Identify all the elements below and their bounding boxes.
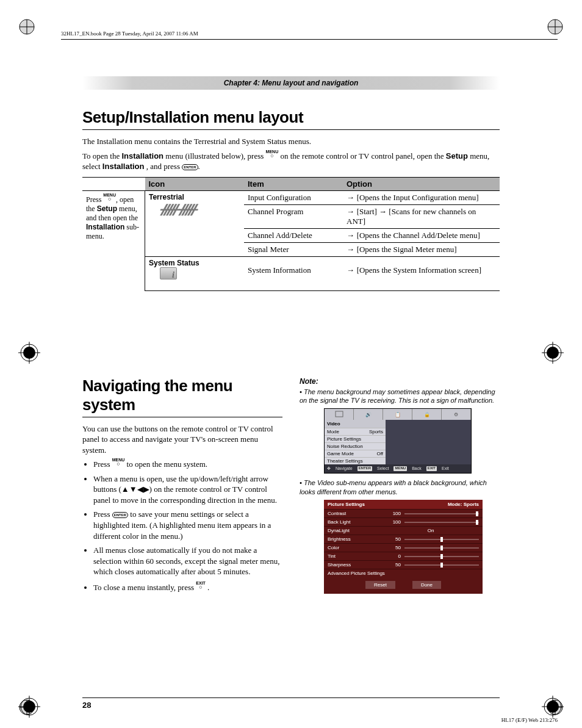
- osd-picture-settings: Picture SettingsMode: Sports Contrast 10…: [324, 500, 483, 594]
- register-mark-icon: [18, 696, 40, 718]
- table-row: Signal Meter: [244, 242, 343, 256]
- list-item: To close a menu instantly, press EXIT○ .: [93, 581, 282, 593]
- exit-button-icon: EXIT○: [196, 581, 206, 590]
- table-row: → [Opens the Channel Add/Delete menu]: [343, 228, 500, 242]
- note-text: • The Video sub-menu appears with a blac…: [300, 478, 500, 496]
- menu-button-icon: MENU○: [112, 458, 125, 467]
- tab-icon: 📋: [383, 409, 412, 420]
- osd1-title: Video: [325, 420, 386, 428]
- table-row: Channel Program: [244, 204, 343, 228]
- col-item: Item: [244, 177, 343, 190]
- divider: [82, 129, 500, 130]
- osd1-footer: ✥Navigate ENTERSelect MENUBack EXITExit: [325, 464, 471, 473]
- list-item: All menus close automatically if you do …: [93, 545, 282, 577]
- table-row: → [Opens the System Information screen]: [343, 256, 500, 290]
- tab-icon: [325, 409, 354, 420]
- left-column: Navigating the menu system You can use t…: [82, 377, 282, 597]
- list-item: Press ENTER to save your menu settings o…: [93, 509, 282, 541]
- footer-code: HL17 (E/F) Web 213:276: [501, 717, 558, 723]
- list-item: When a menu is open, use the up/down/lef…: [93, 474, 282, 506]
- svg-point-1: [20, 20, 34, 34]
- divider: [82, 417, 282, 417]
- register-mark-icon: [542, 696, 564, 718]
- content-area: Chapter 4: Menu layout and navigation Se…: [82, 76, 500, 710]
- col-icon: Icon: [145, 177, 245, 190]
- terrestrial-icon: ᚏᚏ: [149, 201, 240, 217]
- osd2-row: Contrast 100: [324, 509, 483, 517]
- intro-p2: To open the Installation menu (illustrat…: [82, 150, 500, 172]
- reset-button[interactable]: Reset: [365, 581, 395, 589]
- osd2-row: Sharpness 50: [324, 560, 483, 569]
- enter-button-icon: ENTER: [182, 164, 198, 170]
- page-number: 28: [82, 697, 500, 710]
- done-button[interactable]: Done: [412, 581, 441, 589]
- osd-video-menu: 🔊 📋 🔒 ⚙ Video ModeSports Picture Setting…: [324, 408, 472, 474]
- register-mark-icon: [18, 342, 40, 364]
- osd2-row: DynaLight On: [324, 526, 483, 535]
- list-item: Press MENU○ to open the menu system.: [93, 458, 282, 470]
- section-heading-setup: Setup/Installation menu layout: [82, 108, 500, 127]
- osd2-title: Picture SettingsMode: Sports: [324, 500, 483, 509]
- system-status-icon: [160, 267, 177, 279]
- nav-instructions: Press MENU○, open the Setup menu, and th…: [82, 190, 145, 290]
- chapter-title-bar: Chapter 4: Menu layout and navigation: [82, 76, 500, 90]
- osd1-row: Picture Settings: [325, 435, 386, 442]
- table-row: → [Opens the Signal Meter menu]: [343, 242, 500, 256]
- table-row: System Information: [244, 256, 343, 290]
- osd1-row: Theater Settings: [325, 457, 386, 464]
- section-heading-navigating: Navigating the menu system: [82, 377, 282, 414]
- intro-p1: The Installation menu contains the Terre…: [82, 136, 500, 147]
- header-meta: 32HL17_EN.book Page 28 Tuesday, April 24…: [61, 31, 558, 37]
- page: 32HL17_EN.book Page 28 Tuesday, April 24…: [0, 0, 582, 728]
- osd1-row: Noise Reduction: [325, 442, 386, 450]
- table-row: Channel Add/Delete: [244, 228, 343, 242]
- icon-system-status: System Status: [145, 256, 245, 290]
- table-row: → [Opens the Input Configuration menu]: [343, 190, 500, 204]
- menu-button-icon: MENU○: [103, 193, 116, 202]
- nav-icon: ✥: [327, 466, 331, 471]
- osd1-preview: [386, 420, 471, 464]
- nav-intro: You can use the buttons on the remote co…: [82, 423, 282, 456]
- table-row: Input Configuration: [244, 190, 343, 204]
- nav-bullets: Press MENU○ to open the menu system. Whe…: [82, 458, 282, 593]
- col-option: Option: [343, 177, 500, 190]
- tab-icon: 🔊: [354, 409, 383, 420]
- osd2-row: Advanced Picture Settings: [324, 569, 483, 577]
- installation-menu-table: Icon Item Option Press MENU○, open the S…: [82, 177, 500, 291]
- table-row: → [Start] → [Scans for new channels on A…: [343, 204, 500, 228]
- osd1-row: ModeSports: [325, 428, 386, 435]
- osd2-row: Back Light 100: [324, 517, 483, 526]
- note-text: • The menu background may sometimes appe…: [300, 387, 500, 405]
- crop-mark-icon: [18, 18, 35, 35]
- osd2-row: Tint 0: [324, 552, 483, 560]
- osd1-row: Game ModeOff: [325, 450, 386, 457]
- enter-button-icon: ENTER: [112, 512, 128, 518]
- tab-icon: 🔒: [412, 409, 442, 420]
- icon-terrestrial: Terrestrial ᚏᚏ: [145, 190, 245, 256]
- note-heading: Note:: [300, 377, 500, 386]
- register-mark-icon: [542, 342, 564, 364]
- svg-rect-16: [336, 411, 343, 417]
- right-column: Note: • The menu background may sometime…: [300, 377, 500, 597]
- tab-icon: ⚙: [442, 409, 471, 420]
- menu-button-icon: MENU○: [266, 150, 279, 159]
- osd2-row: Brightness 50: [324, 535, 483, 543]
- osd2-row: Color 50: [324, 543, 483, 552]
